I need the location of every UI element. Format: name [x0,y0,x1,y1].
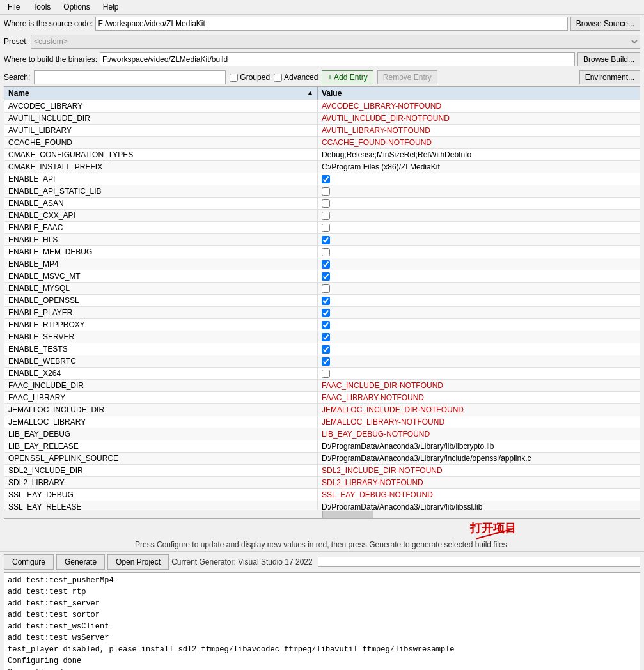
table-row: ENABLE_TESTS [4,343,640,355]
value-cell: SDL2_INCLUDE_DIR-NOTFOUND [318,465,640,476]
name-cell: CMAKE_INSTALL_PREFIX [4,161,318,173]
row-checkbox[interactable] [322,321,330,329]
table-row: ENABLE_MSVC_MT [4,270,640,283]
name-cell: FAAC_LIBRARY [4,392,318,403]
row-checkbox[interactable] [322,345,330,354]
value-cell[interactable] [318,307,640,318]
row-checkbox[interactable] [322,236,330,244]
open-project-button[interactable]: Open Project [107,554,169,570]
value-cell: SDL2_LIBRARY-NOTFOUND [318,477,640,488]
value-cell[interactable] [318,185,640,197]
row-checkbox[interactable] [322,199,330,208]
value-cell[interactable] [318,234,640,245]
name-cell: ENABLE_X264 [4,368,318,379]
row-checkbox[interactable] [322,309,330,317]
table-row: JEMALLOC_LIBRARYJEMALLOC_LIBRARY-NOTFOUN… [4,416,640,428]
table-row: AVCODEC_LIBRARYAVCODEC_LIBRARY-NOTFOUND [4,100,640,113]
table-row: ENABLE_OPENSSL [4,295,640,307]
row-checkbox[interactable] [322,248,330,256]
row-checkbox[interactable] [322,370,330,378]
table-row: LIB_EAY_DEBUGLIB_EAY_DEBUG-NOTFOUND [4,428,640,440]
value-cell[interactable] [318,355,640,367]
row-checkbox[interactable] [322,187,330,196]
value-cell: LIB_EAY_DEBUG-NOTFOUND [318,428,640,440]
browse-source-button[interactable]: Browse Source... [570,17,640,31]
table-row: ENABLE_X264 [4,368,640,380]
row-checkbox[interactable] [322,297,330,305]
menu-file[interactable]: File [5,1,22,13]
name-cell: SDL2_LIBRARY [4,477,318,488]
advanced-checkbox-label[interactable]: Advanced [274,73,318,82]
search-label: Search: [4,73,30,82]
name-cell: OPENSSL_APPLINK_SOURCE [4,453,318,464]
add-entry-button[interactable]: + Add Entry [322,70,373,84]
row-checkbox[interactable] [322,284,330,293]
name-cell: SDL2_INCLUDE_DIR [4,465,318,476]
status-bar: Press Configure to update and display ne… [0,538,644,551]
row-checkbox[interactable] [322,224,330,232]
table-row: SDL2_INCLUDE_DIRSDL2_INCLUDE_DIR-NOTFOUN… [4,465,640,477]
log-area[interactable]: add test:test_pusherMp4add test:test_rtp… [4,572,640,670]
remove-entry-button[interactable]: Remove Entry [377,70,437,84]
row-checkbox[interactable] [322,333,330,341]
name-cell: ENABLE_API_STATIC_LIB [4,185,318,197]
advanced-checkbox[interactable] [274,74,282,82]
value-cell[interactable] [318,319,640,331]
table-row: CCACHE_FOUNDCCACHE_FOUND-NOTFOUND [4,137,640,149]
value-cell[interactable] [318,343,640,355]
name-cell: JEMALLOC_INCLUDE_DIR [4,404,318,416]
grouped-checkbox[interactable] [230,74,238,82]
row-checkbox[interactable] [322,175,330,183]
name-cell: ENABLE_WEBRTC [4,355,318,367]
value-cell[interactable] [318,258,640,270]
name-cell: LIB_EAY_DEBUG [4,428,318,440]
generate-button[interactable]: Generate [56,554,105,570]
table-row: AVUTIL_INCLUDE_DIRAVUTIL_INCLUDE_DIR-NOT… [4,113,640,125]
name-cell: ENABLE_HLS [4,234,318,245]
environment-button[interactable]: Environment... [579,70,640,84]
row-checkbox[interactable] [322,212,330,220]
name-cell: ENABLE_TESTS [4,343,318,355]
search-row: Search: Grouped Advanced + Add Entry Rem… [0,68,644,86]
value-cell[interactable] [318,210,640,221]
name-cell: ENABLE_SERVER [4,331,318,343]
value-cell[interactable] [318,295,640,306]
value-cell[interactable] [318,283,640,294]
menu-options[interactable]: Options [61,1,92,13]
log-line: add test:test_pusherMp4 [8,575,636,586]
table-row: ENABLE_PLAYER [4,307,640,319]
name-cell: SSL_EAY_RELEASE [4,501,318,510]
table-row: CMAKE_CONFIGURATION_TYPESDebug;Release;M… [4,149,640,161]
grouped-checkbox-label[interactable]: Grouped [230,73,270,82]
value-cell[interactable] [318,246,640,258]
search-input[interactable] [34,70,226,84]
log-line: test_player disabled, please install sdl… [8,644,636,655]
browse-build-button[interactable]: Browse Build... [577,52,640,66]
value-cell: C:/Program Files (x86)/ZLMediaKit [318,161,640,173]
value-cell[interactable] [318,331,640,343]
value-cell[interactable] [318,270,640,282]
progress-bar [318,557,640,567]
log-line: Configuring done [8,655,636,667]
table-horizontal-scrollbar[interactable] [4,510,640,519]
table-row: FAAC_INCLUDE_DIRFAAC_INCLUDE_DIR-NOTFOUN… [4,380,640,392]
value-cell: AVUTIL_LIBRARY-NOTFOUND [318,125,640,136]
row-checkbox[interactable] [322,260,330,269]
build-input[interactable] [100,52,575,66]
value-cell[interactable] [318,173,640,185]
table-row: SSL_EAY_DEBUGSSL_EAY_DEBUG-NOTFOUND [4,489,640,501]
configure-button[interactable]: Configure [4,554,54,570]
name-cell: AVCODEC_LIBRARY [4,100,318,112]
value-cell[interactable] [318,222,640,233]
source-input[interactable] [95,17,567,31]
row-checkbox[interactable] [322,357,330,366]
value-cell[interactable] [318,198,640,209]
table-row: JEMALLOC_INCLUDE_DIRJEMALLOC_INCLUDE_DIR… [4,404,640,416]
menu-help[interactable]: Help [100,1,122,13]
value-cell: CCACHE_FOUND-NOTFOUND [318,137,640,148]
preset-select[interactable]: <custom> [31,35,640,49]
menu-tools[interactable]: Tools [30,1,53,13]
table-row: OPENSSL_APPLINK_SOURCED:/ProgramData/Ana… [4,453,640,465]
row-checkbox[interactable] [322,272,330,281]
value-cell[interactable] [318,368,640,379]
